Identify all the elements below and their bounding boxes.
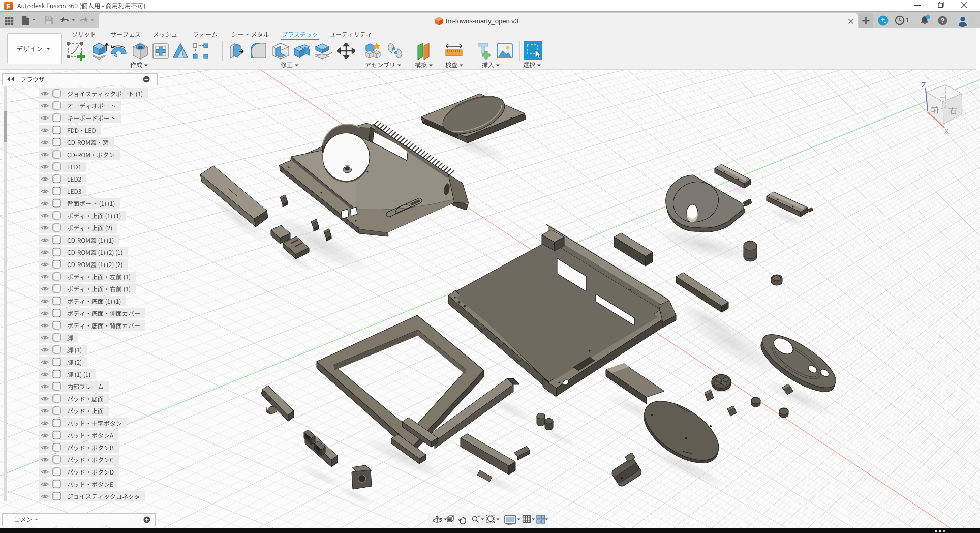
svg-text:X: X — [944, 127, 950, 135]
svg-text:Z: Z — [922, 81, 926, 89]
